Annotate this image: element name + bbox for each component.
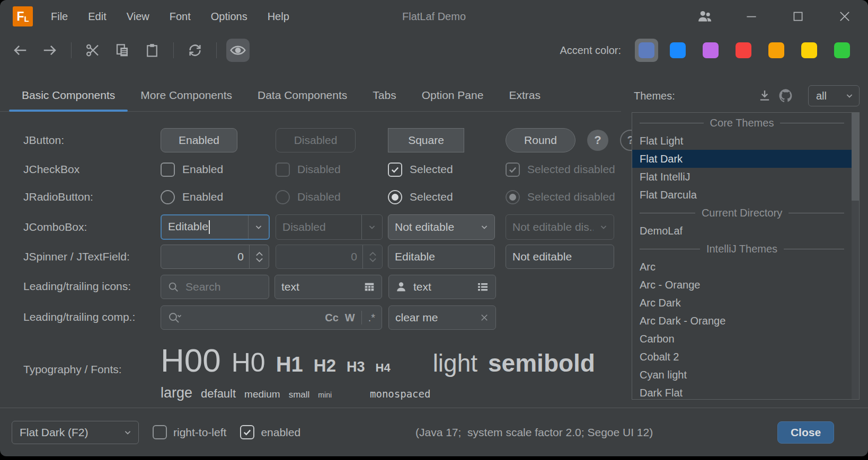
help-button[interactable]: ? bbox=[587, 130, 608, 151]
show-details-eye-toggle[interactable] bbox=[226, 39, 250, 62]
scrollbar-thumb[interactable] bbox=[852, 113, 859, 201]
mini-sample: mini bbox=[318, 391, 332, 399]
chevron-down-icon[interactable] bbox=[249, 222, 269, 232]
row-jcheckbox: JCheckBox Enabled Disabled Selected Sele… bbox=[0, 158, 632, 181]
scrollbar[interactable] bbox=[852, 113, 859, 399]
accent-swatch-red[interactable] bbox=[736, 42, 751, 58]
tab-label: More Components bbox=[140, 89, 232, 102]
checkbox-icon bbox=[153, 425, 167, 439]
enabled-checkbox[interactable]: enabled bbox=[240, 425, 300, 439]
accent-swatch-green[interactable] bbox=[834, 42, 850, 58]
checkbox-label: right-to-left bbox=[173, 426, 226, 439]
forward-icon[interactable] bbox=[38, 39, 61, 62]
menu-help[interactable]: Help bbox=[268, 11, 289, 23]
typography-label: Typography / Fonts: bbox=[23, 358, 122, 381]
menu-edit[interactable]: Edit bbox=[88, 11, 106, 23]
right-to-left-checkbox[interactable]: right-to-left bbox=[153, 425, 226, 439]
maximize-button[interactable] bbox=[790, 8, 807, 25]
spinner[interactable]: 0 bbox=[161, 245, 269, 269]
accent-swatch-yellow[interactable] bbox=[801, 42, 817, 58]
radio-selected[interactable]: Selected bbox=[388, 190, 453, 204]
paste-icon[interactable] bbox=[140, 39, 164, 62]
checkbox-icon bbox=[276, 163, 290, 177]
download-icon[interactable] bbox=[754, 85, 775, 106]
clear-x-icon[interactable] bbox=[480, 313, 489, 322]
tab-extras[interactable]: Extras bbox=[496, 79, 553, 111]
accent-swatch-blue[interactable] bbox=[670, 42, 686, 58]
menu-font[interactable]: Font bbox=[170, 11, 191, 23]
clearable-field[interactable]: clear me bbox=[388, 305, 496, 330]
checkbox-selected[interactable]: Selected bbox=[388, 163, 453, 177]
regex-button[interactable]: .* bbox=[368, 312, 375, 324]
enabled-button[interactable]: Enabled bbox=[161, 128, 237, 152]
round-button[interactable]: Round bbox=[506, 128, 575, 152]
theme-item-flat-light[interactable]: Flat Light bbox=[632, 132, 852, 150]
theme-item-flat-darcula[interactable]: Flat Darcula bbox=[632, 186, 852, 204]
users-icon[interactable] bbox=[696, 8, 713, 25]
checkbox-enabled[interactable]: Enabled bbox=[161, 163, 223, 177]
combobox-value: Disabled bbox=[276, 221, 361, 233]
window-controls bbox=[696, 8, 868, 25]
minimize-button[interactable] bbox=[743, 8, 760, 25]
github-icon[interactable] bbox=[775, 85, 796, 106]
menu-options[interactable]: Options bbox=[211, 11, 247, 23]
theme-item-arc-dark-orange[interactable]: Arc Dark - Orange bbox=[632, 312, 852, 330]
theme-item-flat-dark-selected[interactable]: Flat Dark bbox=[632, 150, 852, 168]
copy-icon[interactable] bbox=[111, 39, 134, 62]
typography-headings: H00 H0 H1 H2 H3 H4 light semibold bbox=[161, 341, 595, 379]
spinner-value[interactable]: 0 bbox=[161, 250, 249, 263]
themes-filter-combo[interactable]: all bbox=[808, 85, 860, 106]
tab-more-components[interactable]: More Components bbox=[128, 79, 245, 111]
tab-tabs[interactable]: Tabs bbox=[360, 79, 409, 111]
text-field-with-table-icon[interactable]: text bbox=[274, 275, 382, 299]
tab-data-components[interactable]: Data Components bbox=[245, 79, 360, 111]
square-button[interactable]: Square bbox=[388, 128, 464, 152]
cut-icon[interactable] bbox=[81, 39, 104, 62]
combobox-not-editable[interactable]: Not editable bbox=[388, 214, 495, 240]
lookandfeel-value: Flat Dark (F2) bbox=[20, 426, 88, 439]
theme-item-carbon[interactable]: Carbon bbox=[632, 330, 852, 348]
match-case-button[interactable]: Cc bbox=[325, 312, 339, 324]
textfield-value: clear me bbox=[395, 311, 438, 324]
theme-item-arc-orange[interactable]: Arc - Orange bbox=[632, 276, 852, 294]
close-window-button[interactable] bbox=[836, 8, 853, 25]
theme-item-dark-flat[interactable]: Dark Flat bbox=[632, 384, 852, 400]
refresh-icon[interactable] bbox=[183, 39, 207, 62]
search-field-with-options[interactable]: Cc W .* bbox=[161, 305, 382, 330]
small-sample: small bbox=[289, 390, 310, 400]
textfield-editable[interactable]: Editable bbox=[388, 245, 495, 269]
menu-file[interactable]: File bbox=[51, 11, 68, 23]
back-icon[interactable] bbox=[8, 39, 32, 62]
list-icon[interactable] bbox=[476, 281, 489, 293]
combobox-editable[interactable]: Editable bbox=[161, 214, 270, 240]
theme-item-flat-intellij[interactable]: Flat IntelliJ bbox=[632, 168, 852, 186]
theme-item-cobalt-2[interactable]: Cobalt 2 bbox=[632, 348, 852, 366]
radio-enabled[interactable]: Enabled bbox=[161, 190, 223, 204]
tab-label: Data Components bbox=[258, 89, 347, 102]
theme-item-arc-dark[interactable]: Arc Dark bbox=[632, 294, 852, 312]
table-icon[interactable] bbox=[364, 281, 375, 293]
chevron-down-icon bbox=[122, 427, 133, 438]
theme-item-demolaf[interactable]: DemoLaf bbox=[632, 222, 852, 240]
accent-swatch-orange[interactable] bbox=[768, 42, 784, 58]
lookandfeel-combo[interactable]: Flat Dark (F2) bbox=[12, 421, 139, 444]
close-button[interactable]: Close bbox=[777, 421, 834, 444]
tab-basic-components[interactable]: Basic Components bbox=[9, 79, 128, 111]
spinner-arrows[interactable] bbox=[250, 251, 269, 263]
checkbox-checked-icon bbox=[388, 163, 402, 177]
main-tabbar: Basic Components More Components Data Co… bbox=[0, 79, 621, 112]
accent-swatch-purple[interactable] bbox=[703, 42, 719, 58]
menu-view[interactable]: View bbox=[127, 11, 149, 23]
combobox-not-editable-disabled: Not editable dis... bbox=[506, 214, 614, 240]
text-field-with-user-icon[interactable]: text bbox=[388, 275, 496, 299]
theme-item-arc[interactable]: Arc bbox=[632, 258, 852, 276]
tab-option-pane[interactable]: Option Pane bbox=[409, 79, 497, 111]
field-separator bbox=[361, 311, 362, 324]
whole-words-button[interactable]: W bbox=[345, 312, 355, 324]
search-with-menu-icon[interactable] bbox=[167, 311, 182, 324]
radio-icon bbox=[276, 190, 290, 204]
accent-swatch-default[interactable] bbox=[639, 42, 654, 58]
search-field[interactable]: Search bbox=[161, 275, 269, 299]
text-caret bbox=[209, 220, 210, 234]
theme-item-cyan-light[interactable]: Cyan light bbox=[632, 366, 852, 384]
